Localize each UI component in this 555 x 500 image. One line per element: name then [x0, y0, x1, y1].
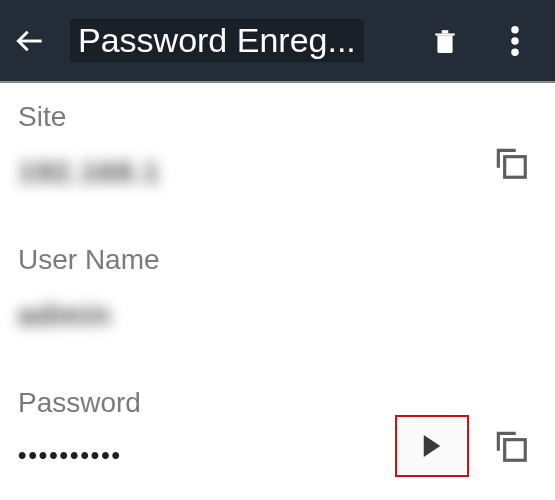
svg-point-2	[511, 37, 519, 45]
more-vertical-icon	[511, 26, 519, 56]
copy-password-button[interactable]	[489, 424, 533, 468]
reveal-password-button[interactable]	[395, 415, 469, 477]
username-value[interactable]: admin	[18, 298, 537, 332]
app-header: Password Enreg...	[0, 0, 555, 83]
svg-marker-5	[424, 435, 441, 457]
svg-point-1	[511, 26, 519, 34]
svg-point-3	[511, 48, 519, 56]
delete-button[interactable]	[425, 21, 465, 61]
site-label: Site	[18, 101, 537, 133]
svg-rect-4	[505, 157, 526, 178]
trash-icon	[432, 26, 458, 56]
header-actions	[425, 21, 535, 61]
play-icon	[423, 435, 441, 457]
page-title: Password Enreg...	[70, 19, 364, 62]
password-actions	[395, 415, 533, 477]
content-area: Site 192.168.1 User Name admin Password …	[0, 83, 555, 469]
back-button[interactable]	[10, 21, 50, 61]
site-actions	[489, 141, 533, 185]
svg-rect-6	[505, 440, 526, 461]
copy-icon	[492, 144, 530, 182]
title-container: Password Enreg...	[70, 19, 425, 62]
username-section: User Name admin	[18, 244, 537, 332]
more-button[interactable]	[495, 21, 535, 61]
site-value[interactable]: 192.168.1	[18, 155, 537, 189]
copy-icon	[492, 427, 530, 465]
username-label: User Name	[18, 244, 537, 276]
copy-site-button[interactable]	[489, 141, 533, 185]
site-section: Site 192.168.1	[18, 101, 537, 189]
password-section: Password ••••••••••	[18, 387, 537, 469]
arrow-left-icon	[16, 27, 44, 55]
